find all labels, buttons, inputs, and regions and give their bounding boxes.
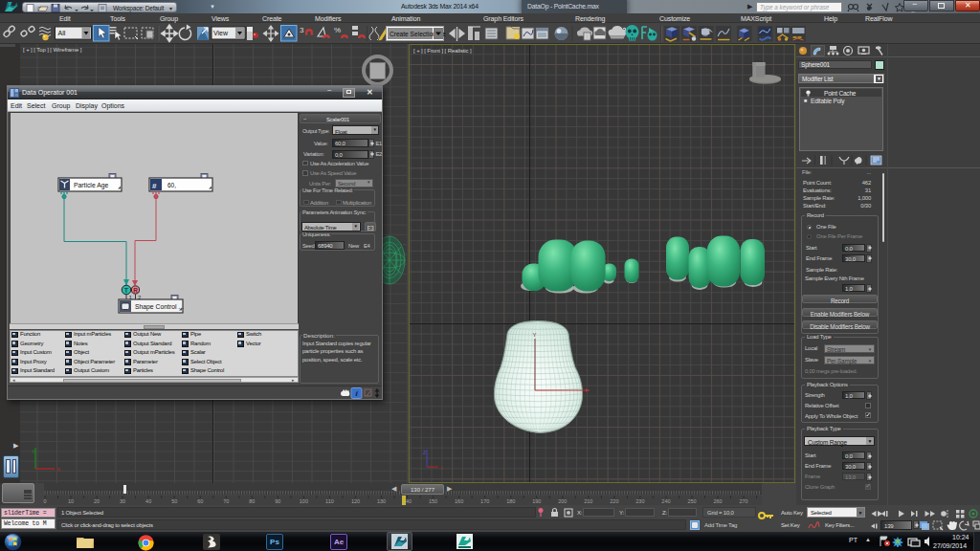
svg-text:View: View: [213, 30, 229, 36]
svg-text:Shape Control ...: Shape Control ...: [135, 303, 184, 311]
svg-text:60,: 60,: [167, 182, 176, 188]
svg-text:%: %: [334, 26, 341, 34]
svg-text:Y: Y: [32, 449, 35, 454]
svg-text:Particle Age: Particle Age: [74, 182, 108, 189]
svg-text:Y: Y: [533, 332, 537, 338]
svg-text:Z: Z: [423, 450, 426, 455]
svg-text:All: All: [58, 30, 66, 36]
svg-text:#: #: [152, 182, 157, 190]
svg-text:x: x: [440, 465, 443, 471]
svg-text:X: X: [56, 467, 60, 473]
svg-text:R: R: [133, 287, 138, 294]
svg-text:T: T: [124, 287, 129, 294]
svg-text:3: 3: [300, 26, 304, 34]
